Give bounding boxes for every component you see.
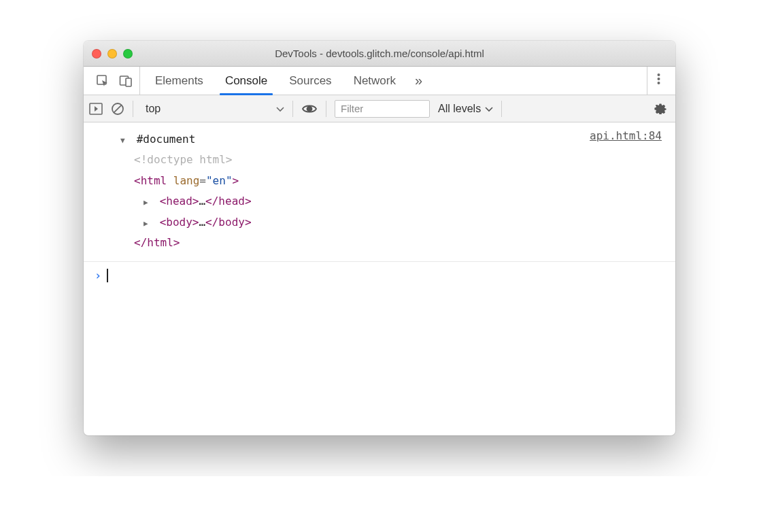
source-link[interactable]: api.html:84 xyxy=(590,129,662,142)
dom-tree: #document <!doctype html> <html lang="en… xyxy=(97,129,662,253)
toolbar-separator xyxy=(292,101,293,117)
console-log-entry: api.html:84 #document <!doctype html> <h… xyxy=(84,122,675,262)
doctype-text: <!doctype html> xyxy=(134,153,233,166)
window-titlebar: DevTools - devtools.glitch.me/console/ap… xyxy=(84,41,675,67)
disclosure-triangle-down-icon[interactable] xyxy=(120,129,130,150)
chevron-down-icon xyxy=(485,103,493,115)
chevron-right-double-icon: » xyxy=(415,73,422,88)
tab-label: Elements xyxy=(155,74,203,88)
tabs-overflow-button[interactable]: » xyxy=(407,67,431,95)
traffic-lights xyxy=(92,49,133,59)
inspect-element-icon[interactable] xyxy=(96,74,109,88)
close-window-button[interactable] xyxy=(92,49,101,59)
svg-point-9 xyxy=(307,106,312,111)
tree-row-head[interactable]: <head>…</head> xyxy=(120,191,662,212)
toolbar-separator xyxy=(326,101,326,117)
document-node-label: #document xyxy=(137,133,196,146)
clear-console-icon[interactable] xyxy=(111,102,124,116)
text-cursor xyxy=(107,269,108,282)
live-expression-icon[interactable] xyxy=(301,103,318,114)
console-toolbar: top All levels xyxy=(84,95,675,122)
toggle-device-toolbar-icon[interactable] xyxy=(119,74,133,88)
console-prompt[interactable]: › xyxy=(84,262,675,289)
chevron-down-icon xyxy=(276,103,284,115)
kebab-menu-icon xyxy=(657,72,660,90)
zoom-window-button[interactable] xyxy=(123,49,133,59)
execution-context-selector[interactable]: top xyxy=(141,103,284,115)
html-close-tag: </html> xyxy=(134,236,180,249)
tree-row-body[interactable]: <body>…</body> xyxy=(120,212,662,233)
toggle-console-sidebar-icon[interactable] xyxy=(89,103,103,115)
console-settings-button[interactable] xyxy=(651,101,670,117)
tree-row-html-open[interactable]: <html lang="en"> xyxy=(120,171,662,191)
tab-label: Console xyxy=(225,74,267,88)
tree-row-html-close[interactable]: </html> xyxy=(120,233,662,253)
context-label: top xyxy=(146,103,161,115)
disclosure-triangle-right-icon[interactable] xyxy=(144,212,153,233)
window-title: DevTools - devtools.glitch.me/console/ap… xyxy=(84,48,675,59)
devtools-menu-button[interactable] xyxy=(647,67,670,95)
tab-console[interactable]: Console xyxy=(214,67,278,95)
log-levels-selector[interactable]: All levels xyxy=(438,103,493,115)
filter-input[interactable] xyxy=(335,100,430,118)
svg-rect-2 xyxy=(126,78,131,86)
tree-row-document[interactable]: #document xyxy=(120,129,662,150)
minimize-window-button[interactable] xyxy=(107,49,117,59)
tab-network[interactable]: Network xyxy=(343,67,407,95)
tree-row-doctype[interactable]: <!doctype html> xyxy=(120,150,662,170)
toolbar-separator xyxy=(501,101,502,117)
gear-icon xyxy=(654,101,667,117)
devtools-window: DevTools - devtools.glitch.me/console/ap… xyxy=(84,41,675,435)
tab-label: Sources xyxy=(289,74,331,88)
tab-sources[interactable]: Sources xyxy=(278,67,342,95)
svg-point-5 xyxy=(658,82,660,84)
prompt-chevron-icon: › xyxy=(95,269,101,282)
devtools-tabbar: Elements Console Sources Network » xyxy=(84,67,675,95)
svg-point-4 xyxy=(658,78,660,80)
tab-elements[interactable]: Elements xyxy=(144,67,214,95)
disclosure-triangle-right-icon[interactable] xyxy=(144,191,153,212)
console-output: api.html:84 #document <!doctype html> <h… xyxy=(84,122,675,435)
toolbar-separator xyxy=(133,101,133,117)
svg-line-8 xyxy=(114,105,121,112)
tab-label: Network xyxy=(354,74,396,88)
svg-point-3 xyxy=(658,73,660,76)
levels-label: All levels xyxy=(438,103,481,115)
